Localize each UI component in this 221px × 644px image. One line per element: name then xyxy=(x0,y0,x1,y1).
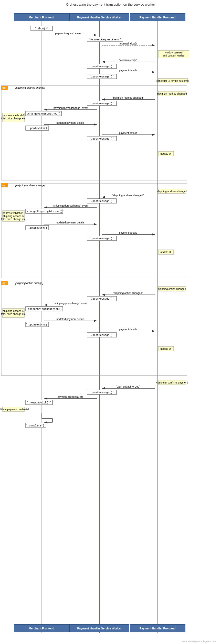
svg-text:shipping address changed: shipping address changed xyxy=(157,190,187,193)
svg-text:`.changePaymentMethod()`: `.changePaymentMethod()` xyxy=(25,112,62,115)
svg-text:payment details: payment details xyxy=(119,328,137,331)
svg-text:shipping options &: shipping options & xyxy=(3,310,24,312)
svg-text:`shippingaddresschange` event: `shippingaddresschange` event xyxy=(52,204,88,207)
svg-text:"window ready": "window ready" xyxy=(119,59,137,62)
svg-text:opt: opt xyxy=(2,184,6,187)
svg-text:total price change etc: total price change etc xyxy=(1,313,25,315)
svg-text:`.postMessage()`: `.postMessage()` xyxy=(89,65,114,68)
svg-text:customer confirms payment: customer confirms payment xyxy=(156,381,188,384)
svg-text:`.postMessage()`: `.postMessage()` xyxy=(89,297,114,300)
svg-text:`.respondWith()`: `.respondWith()` xyxy=(27,401,51,404)
actor-sw-bottom: Payment Handler Service Worker xyxy=(77,627,122,630)
svg-rect-54 xyxy=(1,183,187,278)
svg-text:`.postMessage()`: `.postMessage()` xyxy=(89,237,114,240)
svg-text:updated payment details: updated payment details xyxy=(57,221,85,224)
svg-text:`.updateWith()`: `.updateWith()` xyxy=(26,227,49,230)
svg-text:payment method &: payment method & xyxy=(3,114,24,117)
svg-text:total price change etc: total price change etc xyxy=(1,218,25,221)
svg-text:`.show()`: `.show()` xyxy=(35,27,48,30)
svg-text:updated payment details: updated payment details xyxy=(57,318,85,321)
svg-text:payment details: payment details xyxy=(119,69,137,72)
svg-text:shipping option changed: shipping option changed xyxy=(158,288,186,290)
watermark: www.websequencediagrams.com xyxy=(182,640,216,643)
svg-text:`.openWindow()`: `.openWindow()` xyxy=(119,42,138,45)
svg-text:`.postMessage()`: `.postMessage()` xyxy=(89,75,114,78)
svg-text:`.postMessage()`: `.postMessage()` xyxy=(89,137,114,140)
svg-text:update UI: update UI xyxy=(160,152,171,155)
svg-text:address validation,: address validation, xyxy=(3,212,24,214)
svg-text:update UI: update UI xyxy=(160,347,171,350)
svg-text:`PaymentRequestEvent`: `PaymentRequestEvent` xyxy=(89,38,121,41)
svg-text:`paymentmethodchange` event: `paymentmethodchange` event xyxy=(53,107,88,109)
svg-text:"shipping option changed": "shipping option changed" xyxy=(113,292,143,295)
svg-text:[shipping address change]: [shipping address change] xyxy=(15,184,45,187)
svg-text:"payment authorized": "payment authorized" xyxy=(116,385,140,388)
diagram-container: Orchestrating the payment transaction on… xyxy=(0,0,221,644)
svg-text:[payment method change]: [payment method change] xyxy=(15,86,45,89)
svg-text:`.changeShippingOption()`: `.changeShippingOption()` xyxy=(25,308,63,311)
svg-text:`.postMessage()`: `.postMessage()` xyxy=(89,334,114,337)
sequence-diagram: Merchant Frontend Payment Handler Servic… xyxy=(0,9,221,643)
svg-text:`.postMessage()`: `.postMessage()` xyxy=(89,391,114,394)
actor-frontend-bottom: Payment Handler Frontend xyxy=(140,627,176,630)
svg-text:window opened: window opened xyxy=(164,51,183,54)
svg-text:updated payment details: updated payment details xyxy=(57,121,85,124)
actor-merchant-top: Merchant Frontend xyxy=(29,16,54,19)
actor-sw-top: Payment Handler Service Worker xyxy=(77,16,122,19)
svg-text:`.complete()`: `.complete()` xyxy=(26,424,46,427)
actor-frontend-top: Payment Handler Frontend xyxy=(140,16,176,19)
svg-text:validate payment credential: validate payment credential xyxy=(0,408,29,411)
svg-text:`.postMessage()`: `.postMessage()` xyxy=(89,102,114,105)
svg-text:"shipping address changed": "shipping address changed" xyxy=(112,194,144,197)
svg-rect-27 xyxy=(1,86,187,180)
svg-text:payment details: payment details xyxy=(119,231,137,234)
svg-text:`.postMessage()`: `.postMessage()` xyxy=(89,200,114,203)
actor-merchant-bottom: Merchant Frontend xyxy=(29,627,54,630)
svg-text:`shippingoptionchange` event: `shippingoptionchange` event xyxy=(54,302,87,305)
svg-text:opt: opt xyxy=(2,282,6,285)
svg-text:update UI: update UI xyxy=(160,251,171,254)
svg-text:"payment method changed": "payment method changed" xyxy=(112,96,144,99)
svg-text:`.changeShippingAddress()`: `.changeShippingAddress()` xyxy=(24,210,64,213)
svg-text:total price change etc: total price change etc xyxy=(1,117,25,120)
svg-text:opt: opt xyxy=(2,86,6,89)
svg-text:`paymentrequest` event: `paymentrequest` event xyxy=(54,32,81,35)
diagram-title: Orchestrating the payment transaction on… xyxy=(0,3,221,6)
svg-text:`.updateWith()`: `.updateWith()` xyxy=(26,323,49,326)
svg-rect-82 xyxy=(1,281,187,376)
svg-text:[shipping option change]: [shipping option change] xyxy=(15,282,43,285)
svg-text:and content loaded: and content loaded xyxy=(163,54,184,57)
svg-text:shipping options &: shipping options & xyxy=(3,215,24,218)
svg-text:payment details: payment details xyxy=(119,132,137,134)
svg-text:payment credential etc: payment credential etc xyxy=(58,396,83,398)
svg-text:payment method changed: payment method changed xyxy=(157,92,187,95)
svg-text:construct UI for the customer: construct UI for the customer xyxy=(156,80,190,82)
svg-text:`.updateWith()`: `.updateWith()` xyxy=(26,127,49,130)
